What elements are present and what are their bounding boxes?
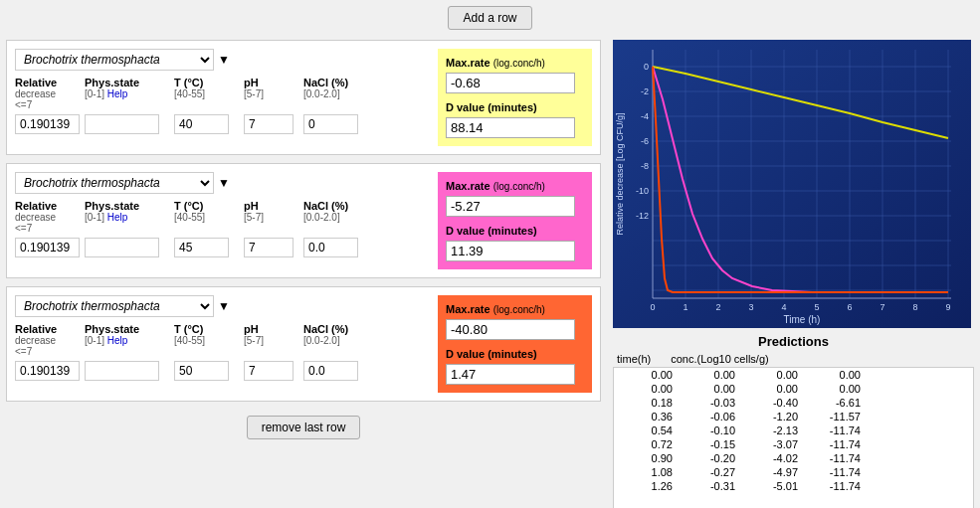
params-inputs-0 [15,114,430,134]
add-row-button[interactable]: Add a row [448,6,531,30]
svg-text:-4: -4 [641,111,649,121]
row-card-0: Brochotrix thermosphacta ▼ Relative decr… [6,40,601,155]
bottom-bar: remove last row [6,410,601,445]
table-row: 0.90-0.20-4.02-11.74 [614,451,973,465]
result-panel-1: Max.rate (log.conc/h) D value (minutes) [438,172,592,269]
nacl-range-0: [0.0-2.0] [303,88,340,99]
ph-range-1: [5-7] [244,212,264,223]
col-temp-input-0 [174,114,244,134]
phys-help-link-0[interactable]: Help [107,88,128,99]
predictions-section: Predictions time(h) conc.(Log10 cells/g)… [613,334,974,508]
svg-text:-10: -10 [636,186,649,196]
pred-cell: -0.15 [681,438,735,450]
pred-cell: -4.97 [743,466,798,478]
maxrate-value-1[interactable] [446,196,575,217]
relative-input-2[interactable] [15,361,80,381]
temp-range-1: [40-55] [174,212,205,223]
dvalue-value-1[interactable] [446,241,575,261]
organism-select-1[interactable]: Brochotrix thermosphacta [15,172,214,194]
chart-area: 0 -2 -4 -6 -8 -10 -12 0 1 2 3 4 5 6 7 8 … [613,40,971,328]
row-card-2: Brochotrix thermosphacta ▼ Relative decr… [6,286,601,402]
temp-input-2[interactable] [174,361,229,381]
ph-input-2[interactable] [244,361,294,381]
nacl-input-2[interactable] [303,361,358,381]
temp-input-0[interactable] [174,114,229,134]
svg-text:-8: -8 [641,161,649,171]
temp-range-2: [40-55] [174,335,205,346]
pred-header-conc: conc.(Log10 cells/g) [671,353,768,365]
relative-range-0: <=7 [15,99,32,110]
pred-cell: 0.00 [743,369,798,381]
col-relative-header-0: Relative decrease <=7 [15,77,85,110]
relative-label-0: Relative [15,77,57,88]
col-phys-header-1: Phys.state [0-1] Help [85,200,174,234]
temp-input-1[interactable] [174,238,229,257]
ph-input-0[interactable] [244,114,294,134]
col-nacl-input-1 [303,238,373,257]
pred-cell: -11.74 [806,424,861,436]
svg-text:1: 1 [683,302,687,312]
relative-range-2: <=7 [15,346,32,357]
pred-cell: -6.61 [806,397,861,409]
nacl-input-1[interactable] [303,238,358,257]
svg-text:6: 6 [847,302,852,312]
organism-select-wrap-2: Brochotrix thermosphacta ▼ [15,295,430,317]
svg-text:Relative decrease [Log CFU/g]: Relative decrease [Log CFU/g] [615,112,625,235]
dvalue-value-2[interactable] [446,364,575,385]
pred-cell: 0.72 [618,438,673,450]
pred-cell: -0.31 [681,480,735,492]
dvalue-label-1: D value (minutes) [446,225,584,237]
table-row: 0.000.000.000.00 [614,368,973,382]
temp-range-0: [40-55] [174,88,205,99]
organism-select-wrap-1: Brochotrix thermosphacta ▼ [15,172,430,194]
organism-select-0[interactable]: Brochotrix thermosphacta [15,49,214,71]
pred-cell: -2.13 [743,424,798,436]
row-left-1: Brochotrix thermosphacta ▼ Relative decr… [15,172,438,269]
pred-cell: 0.00 [681,383,735,395]
col-nacl-input-0 [303,114,373,134]
pred-cell: 0.00 [618,383,673,395]
table-row: 0.18-0.03-0.40-6.61 [614,396,973,410]
dvalue-value-0[interactable] [446,117,575,138]
phys-input-0[interactable] [85,114,159,134]
phys-help-link-1[interactable]: Help [107,212,128,223]
svg-text:2: 2 [715,302,720,312]
col-temp-input-2 [174,361,244,381]
phys-input-2[interactable] [85,361,159,381]
pred-cell: 0.36 [618,411,673,423]
row-left-2: Brochotrix thermosphacta ▼ Relative decr… [15,295,438,393]
col-ph-header-2: pH [5-7] [244,323,303,357]
table-row: 0.54-0.10-2.13-11.74 [614,423,973,437]
maxrate-value-2[interactable] [446,319,575,340]
phys-range-2: [0-1] Help [85,335,127,346]
phys-label-2: Phys.state [85,323,139,335]
relative-input-0[interactable] [15,114,80,134]
params-inputs-2 [15,361,430,381]
relative-sublabel-0: decrease [15,88,56,99]
col-temp-header-1: T (°C) [40-55] [174,200,244,234]
phys-input-1[interactable] [85,238,159,257]
pred-cell: -5.01 [743,480,798,492]
nacl-input-0[interactable] [303,114,358,134]
predictions-table[interactable]: 0.000.000.000.000.000.000.000.000.18-0.0… [613,367,974,508]
pred-cell: 1.26 [618,480,673,492]
pred-cell: -11.74 [806,452,861,464]
col-ph-header-1: pH [5-7] [244,200,303,234]
col-nacl-header-0: NaCl (%) [0.0-2.0] [303,77,373,110]
organism-dropdown-icon-1: ▼ [218,176,230,190]
remove-last-row-button[interactable]: remove last row [247,416,361,439]
table-row: 1.26-0.31-5.01-11.74 [614,479,973,493]
organism-select-2[interactable]: Brochotrix thermosphacta [15,295,214,317]
relative-label-1: Relative [15,200,57,212]
relative-input-1[interactable] [15,238,80,257]
pred-cell: 0.90 [618,452,673,464]
col-phys-header-2: Phys.state [0-1] Help [85,323,174,357]
phys-help-link-2[interactable]: Help [107,335,128,346]
pred-cell: -11.57 [806,411,861,423]
col-ph-input-0 [244,114,303,134]
col-ph-header-0: pH [5-7] [244,77,303,110]
nacl-range-1: [0.0-2.0] [303,212,340,223]
ph-input-1[interactable] [244,238,294,257]
maxrate-value-0[interactable] [446,73,575,93]
pred-cell: -0.40 [743,397,798,409]
